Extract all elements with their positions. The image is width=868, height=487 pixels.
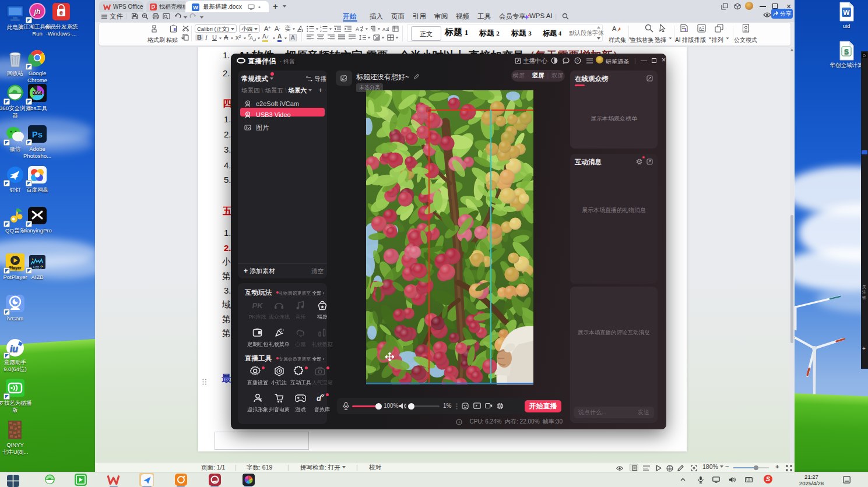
svg-text:1: 1 — [320, 26, 322, 29]
svg-text:e: e — [59, 9, 63, 16]
svg-text:?: ? — [577, 59, 579, 63]
svg-text:2: 2 — [320, 30, 322, 33]
svg-text:W: W — [193, 5, 198, 10]
svg-text:Ps: Ps — [32, 129, 43, 139]
svg-text:iu: iu — [10, 344, 18, 354]
svg-text:A: A — [249, 35, 253, 41]
svg-text:A: A — [356, 26, 359, 32]
svg-text:d: d — [317, 394, 322, 403]
svg-text:OBS: OBS — [33, 91, 42, 95]
svg-text:W: W — [843, 9, 850, 17]
svg-text:AIZB 3: AIZB 3 — [33, 266, 42, 269]
svg-text:S: S — [844, 48, 849, 56]
svg-text:Z: Z — [386, 28, 388, 31]
svg-text:A: A — [612, 25, 617, 32]
svg-text:A: A — [699, 26, 702, 30]
